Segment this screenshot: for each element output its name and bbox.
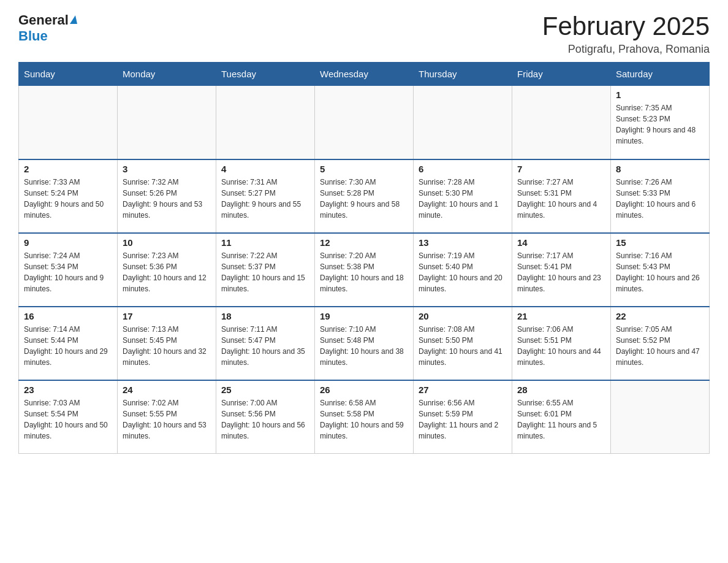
day-number: 22 [616, 311, 704, 321]
day-info: Sunrise: 7:28 AMSunset: 5:30 PMDaylight:… [419, 177, 507, 221]
day-number: 25 [221, 385, 309, 395]
day-info: Sunrise: 7:00 AMSunset: 5:56 PMDaylight:… [221, 397, 309, 442]
day-number: 7 [517, 164, 605, 174]
day-info: Sunrise: 7:14 AMSunset: 5:44 PMDaylight:… [24, 324, 112, 368]
month-title: February 2025 [542, 12, 710, 40]
calendar-cell: 20Sunrise: 7:08 AMSunset: 5:50 PMDayligh… [414, 307, 512, 380]
calendar-cell: 17Sunrise: 7:13 AMSunset: 5:45 PMDayligh… [118, 307, 216, 380]
calendar-week-row: 23Sunrise: 7:03 AMSunset: 5:54 PMDayligh… [19, 380, 710, 454]
calendar-week-row: 2Sunrise: 7:33 AMSunset: 5:24 PMDaylight… [19, 159, 710, 233]
day-info: Sunrise: 7:31 AMSunset: 5:27 PMDaylight:… [221, 177, 309, 221]
day-info: Sunrise: 7:06 AMSunset: 5:51 PMDaylight:… [517, 324, 605, 368]
calendar-cell: 2Sunrise: 7:33 AMSunset: 5:24 PMDaylight… [19, 159, 118, 233]
day-info: Sunrise: 7:26 AMSunset: 5:33 PMDaylight:… [616, 177, 704, 221]
weekday-header-friday: Friday [512, 63, 611, 86]
calendar-cell [216, 86, 315, 159]
day-number: 27 [419, 385, 507, 395]
weekday-header-tuesday: Tuesday [216, 63, 315, 86]
calendar-week-row: 16Sunrise: 7:14 AMSunset: 5:44 PMDayligh… [19, 307, 710, 380]
day-info: Sunrise: 7:20 AMSunset: 5:38 PMDaylight:… [320, 250, 408, 294]
calendar-cell: 5Sunrise: 7:30 AMSunset: 5:28 PMDaylight… [315, 159, 414, 233]
calendar-cell: 18Sunrise: 7:11 AMSunset: 5:47 PMDayligh… [216, 307, 315, 380]
day-number: 16 [24, 311, 112, 321]
day-info: Sunrise: 7:23 AMSunset: 5:36 PMDaylight:… [123, 250, 211, 294]
calendar-cell: 23Sunrise: 7:03 AMSunset: 5:54 PMDayligh… [19, 380, 118, 454]
calendar-cell: 16Sunrise: 7:14 AMSunset: 5:44 PMDayligh… [19, 307, 118, 380]
calendar-cell: 21Sunrise: 7:06 AMSunset: 5:51 PMDayligh… [512, 307, 611, 380]
day-number: 28 [517, 385, 605, 395]
calendar-cell [414, 86, 512, 159]
logo-blue-text: Blue [18, 28, 48, 44]
calendar-cell: 3Sunrise: 7:32 AMSunset: 5:26 PMDaylight… [118, 159, 216, 233]
calendar-cell: 24Sunrise: 7:02 AMSunset: 5:55 PMDayligh… [118, 380, 216, 454]
day-info: Sunrise: 7:27 AMSunset: 5:31 PMDaylight:… [517, 177, 605, 221]
calendar-cell: 10Sunrise: 7:23 AMSunset: 5:36 PMDayligh… [118, 233, 216, 307]
day-number: 4 [221, 164, 309, 174]
day-number: 14 [517, 237, 605, 248]
logo-general-text: General [18, 12, 69, 28]
day-info: Sunrise: 7:22 AMSunset: 5:37 PMDaylight:… [221, 250, 309, 294]
day-info: Sunrise: 7:02 AMSunset: 5:55 PMDaylight:… [123, 397, 211, 442]
weekday-header-row: SundayMondayTuesdayWednesdayThursdayFrid… [19, 63, 710, 86]
calendar-cell: 28Sunrise: 6:55 AMSunset: 6:01 PMDayligh… [512, 380, 611, 454]
calendar-cell [512, 86, 611, 159]
day-info: Sunrise: 7:03 AMSunset: 5:54 PMDaylight:… [24, 397, 112, 442]
calendar-body: 1Sunrise: 7:35 AMSunset: 5:23 PMDaylight… [19, 86, 710, 454]
day-number: 21 [517, 311, 605, 321]
calendar-cell: 19Sunrise: 7:10 AMSunset: 5:48 PMDayligh… [315, 307, 414, 380]
day-info: Sunrise: 7:10 AMSunset: 5:48 PMDaylight:… [320, 324, 408, 368]
day-number: 9 [24, 237, 112, 248]
logo-arrow-icon [70, 15, 77, 24]
day-info: Sunrise: 7:17 AMSunset: 5:41 PMDaylight:… [517, 250, 605, 294]
calendar-cell: 15Sunrise: 7:16 AMSunset: 5:43 PMDayligh… [611, 233, 710, 307]
day-number: 3 [123, 164, 211, 174]
logo: General Blue [18, 12, 77, 44]
day-number: 20 [419, 311, 507, 321]
calendar-cell: 27Sunrise: 6:56 AMSunset: 5:59 PMDayligh… [414, 380, 512, 454]
calendar-week-row: 1Sunrise: 7:35 AMSunset: 5:23 PMDaylight… [19, 86, 710, 159]
calendar-week-row: 9Sunrise: 7:24 AMSunset: 5:34 PMDaylight… [19, 233, 710, 307]
day-number: 8 [616, 164, 704, 174]
day-number: 26 [320, 385, 408, 395]
day-number: 23 [24, 385, 112, 395]
calendar-cell: 1Sunrise: 7:35 AMSunset: 5:23 PMDaylight… [611, 86, 710, 159]
calendar-cell: 6Sunrise: 7:28 AMSunset: 5:30 PMDaylight… [414, 159, 512, 233]
day-info: Sunrise: 7:05 AMSunset: 5:52 PMDaylight:… [616, 324, 704, 368]
day-number: 17 [123, 311, 211, 321]
day-info: Sunrise: 7:32 AMSunset: 5:26 PMDaylight:… [123, 177, 211, 221]
day-info: Sunrise: 7:11 AMSunset: 5:47 PMDaylight:… [221, 324, 309, 368]
day-info: Sunrise: 7:19 AMSunset: 5:40 PMDaylight:… [419, 250, 507, 294]
day-number: 5 [320, 164, 408, 174]
calendar-table: SundayMondayTuesdayWednesdayThursdayFrid… [18, 62, 710, 454]
day-number: 15 [616, 237, 704, 248]
day-number: 18 [221, 311, 309, 321]
calendar-cell [118, 86, 216, 159]
day-info: Sunrise: 7:16 AMSunset: 5:43 PMDaylight:… [616, 250, 704, 294]
calendar-cell: 13Sunrise: 7:19 AMSunset: 5:40 PMDayligh… [414, 233, 512, 307]
weekday-header-saturday: Saturday [611, 63, 710, 86]
calendar-cell: 14Sunrise: 7:17 AMSunset: 5:41 PMDayligh… [512, 233, 611, 307]
weekday-header-wednesday: Wednesday [315, 63, 414, 86]
weekday-header-thursday: Thursday [414, 63, 512, 86]
calendar-cell: 12Sunrise: 7:20 AMSunset: 5:38 PMDayligh… [315, 233, 414, 307]
day-info: Sunrise: 7:08 AMSunset: 5:50 PMDaylight:… [419, 324, 507, 368]
calendar-cell: 9Sunrise: 7:24 AMSunset: 5:34 PMDaylight… [19, 233, 118, 307]
day-info: Sunrise: 7:30 AMSunset: 5:28 PMDaylight:… [320, 177, 408, 221]
calendar-cell: 22Sunrise: 7:05 AMSunset: 5:52 PMDayligh… [611, 307, 710, 380]
day-number: 10 [123, 237, 211, 248]
calendar-header: SundayMondayTuesdayWednesdayThursdayFrid… [19, 63, 710, 86]
day-number: 13 [419, 237, 507, 248]
day-info: Sunrise: 7:33 AMSunset: 5:24 PMDaylight:… [24, 177, 112, 221]
calendar-cell [315, 86, 414, 159]
calendar-cell [611, 380, 710, 454]
day-info: Sunrise: 6:58 AMSunset: 5:58 PMDaylight:… [320, 397, 408, 442]
day-info: Sunrise: 7:35 AMSunset: 5:23 PMDaylight:… [616, 102, 704, 147]
day-number: 12 [320, 237, 408, 248]
day-number: 6 [419, 164, 507, 174]
day-info: Sunrise: 6:55 AMSunset: 6:01 PMDaylight:… [517, 397, 605, 442]
title-block: February 2025 Potigrafu, Prahova, Romani… [542, 12, 710, 56]
day-number: 1 [616, 90, 704, 100]
day-number: 2 [24, 164, 112, 174]
calendar-cell: 11Sunrise: 7:22 AMSunset: 5:37 PMDayligh… [216, 233, 315, 307]
day-info: Sunrise: 7:24 AMSunset: 5:34 PMDaylight:… [24, 250, 112, 294]
